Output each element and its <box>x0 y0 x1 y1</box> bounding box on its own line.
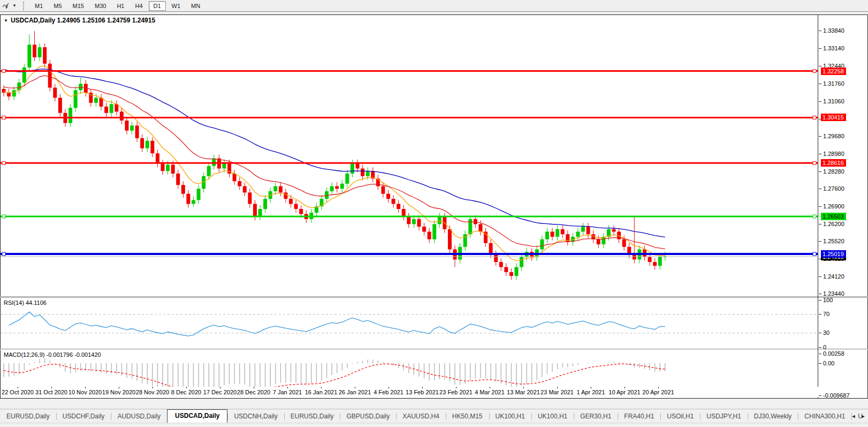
axis-tick <box>819 354 821 354</box>
date-label: 10 Apr 2021 <box>608 389 640 395</box>
candlestick-chart[interactable] <box>1 15 868 297</box>
date-tick <box>321 387 322 388</box>
time-axis[interactable]: 22 Oct 202031 Oct 202010 Nov 202019 Nov … <box>0 387 868 397</box>
rsi-label: RSI(14) 44.1106 <box>4 299 47 306</box>
date-tick <box>422 387 423 388</box>
chart-tab-usdchf-daily[interactable]: USDCHF,Daily <box>56 410 111 423</box>
timeframe-button-m15[interactable]: M15 <box>68 1 89 11</box>
price-tick-label: 1.31060 <box>823 98 844 105</box>
date-tick <box>287 387 288 388</box>
ma-slow-line <box>4 69 665 237</box>
price-tick-label: 1.33140 <box>823 45 844 52</box>
level-price-label: 1.28616 <box>821 159 846 167</box>
axis-tick <box>819 189 821 189</box>
chart-tab-hk50-m15[interactable]: HK50,M15 <box>446 410 489 423</box>
mt4-application: ▼ M1M5M15M30H1H4D1W1MN ▼ USDCAD,Daily 1.… <box>0 0 868 427</box>
axis-tick <box>819 206 821 207</box>
level-handle <box>2 116 5 119</box>
date-label: 28 Dec 2020 <box>237 389 270 395</box>
chart-title: ▼ USDCAD,Daily 1.24905 1.25106 1.24759 1… <box>4 17 155 24</box>
price-tick-label: 1.31760 <box>823 80 844 87</box>
chart-tab-audusd-daily[interactable]: AUDUSD,Daily <box>111 410 167 423</box>
chart-cursor-icon[interactable] <box>2 2 10 10</box>
axis-tick <box>819 31 821 31</box>
axis-tick <box>819 171 821 172</box>
tab-scroll-buttons: ◄ ► <box>850 412 867 421</box>
caret-down-icon[interactable]: ▼ <box>11 3 18 8</box>
toolbar-grip[interactable] <box>23 2 25 10</box>
chart-tab-gbpusd-daily[interactable]: GBPUSD,Daily <box>340 410 396 423</box>
axis-tick <box>819 136 821 137</box>
chart-window: ▼ USDCAD,Daily 1.24905 1.25106 1.24759 1… <box>0 12 868 409</box>
chart-tab-ger30-h1[interactable]: GER30,H1 <box>574 410 618 423</box>
timeframe-button-d1[interactable]: D1 <box>149 1 166 11</box>
axis-tick <box>819 347 821 348</box>
macd-tick-label: 0.00 <box>823 360 834 367</box>
level-handle <box>813 215 816 218</box>
chart-tab-china300-h1[interactable]: CHINA300,H1 <box>798 410 851 423</box>
date-label: 1 Apr 2021 <box>576 389 605 395</box>
timeframe-button-mn[interactable]: MN <box>186 1 205 11</box>
tab-scroll-right-icon[interactable]: ► <box>859 412 867 421</box>
chart-tab-usdcad-daily[interactable]: USDCAD,Daily <box>167 409 227 423</box>
price-tick-label: 1.33840 <box>823 27 844 34</box>
date-tick <box>220 387 220 388</box>
status-strip <box>0 423 868 427</box>
price-tick-label: 1.29680 <box>823 133 844 140</box>
rsi-pane[interactable]: RSI(14) 44.1106 10070300 <box>0 298 868 349</box>
chart-tab-usoil-h1[interactable]: USOil,H1 <box>660 410 700 423</box>
chart-tab-eurusd-daily[interactable]: EURUSD,Daily <box>0 410 56 423</box>
price-tick-label: 1.24120 <box>823 273 844 280</box>
chart-tab-xauusd-h4[interactable]: XAUUSD,H4 <box>396 410 446 423</box>
axis-tick <box>819 294 821 294</box>
date-label: 22 Oct 2020 <box>2 389 34 395</box>
tab-scroll-left-icon[interactable]: ◄ <box>850 412 857 421</box>
date-label: 23 Mar 2021 <box>540 389 574 395</box>
rsi-line <box>9 312 665 336</box>
date-tick <box>51 387 52 388</box>
level-handle <box>2 70 5 73</box>
timeframe-button-m5[interactable]: M5 <box>49 1 66 11</box>
macd-tick-label: -0.009687 <box>823 392 850 399</box>
level-handle <box>2 161 5 164</box>
price-tick-label: 1.25520 <box>823 238 844 245</box>
rsi-tick-label: 100 <box>823 297 833 304</box>
chart-tab-uk100-h1[interactable]: UK100,H1 <box>489 410 531 423</box>
rsi-axis: 10070300 <box>819 298 868 349</box>
chart-tab-eurusd-daily[interactable]: EURUSD,Daily <box>284 410 340 423</box>
chart-tab-dj30-weekly[interactable]: DJ30,Weekly <box>748 410 798 423</box>
date-label: 20 Apr 2021 <box>642 389 674 395</box>
macd-label: MACD(12,26,9) -0.001796 -0.001420 <box>4 351 101 358</box>
timeframe-button-h4[interactable]: H4 <box>130 1 147 11</box>
timeframe-button-w1[interactable]: W1 <box>167 1 186 11</box>
chart-tab-fra40-h1[interactable]: FRA40,H1 <box>618 410 660 423</box>
level-handle <box>2 252 5 256</box>
chart-tab-uk100-h1[interactable]: UK100,H1 <box>531 410 574 423</box>
level-price-label: 1.32258 <box>821 68 846 75</box>
date-tick <box>389 387 389 388</box>
chart-tab-bar: EURUSD,DailyUSDCHF,DailyAUDUSD,DailyUSDC… <box>0 409 868 423</box>
axis-tick <box>819 241 821 242</box>
level-handle <box>813 70 816 73</box>
date-label: 19 Nov 2020 <box>102 389 135 395</box>
date-tick <box>591 387 591 388</box>
price-tick-label: 1.26900 <box>823 203 844 210</box>
axis-tick <box>819 363 821 364</box>
axis-tick <box>819 276 821 277</box>
symbol-dropdown-icon[interactable]: ▼ <box>4 18 8 23</box>
axis-tick <box>819 395 821 396</box>
timeframe-button-h1[interactable]: H1 <box>112 1 129 11</box>
timeframe-button-m30[interactable]: M30 <box>90 1 111 11</box>
price-tick-label: 1.28280 <box>823 168 844 175</box>
chart-tab-usdjpy-h1[interactable]: USDJPY,H1 <box>700 410 747 423</box>
date-tick <box>153 387 153 388</box>
price-chart-pane[interactable]: ▼ USDCAD,Daily 1.24905 1.25106 1.24759 1… <box>0 14 868 296</box>
timeframe-button-m1[interactable]: M1 <box>30 1 48 11</box>
axis-tick <box>819 101 821 102</box>
date-label: 26 Jan 2021 <box>339 389 371 395</box>
level-price-label: 1.30415 <box>821 114 846 121</box>
date-label: 10 Nov 2020 <box>68 389 102 395</box>
date-label: 8 Dec 2020 <box>171 389 201 395</box>
date-tick <box>456 387 456 388</box>
chart-tab-usdcnh-daily[interactable]: USDCNH,Daily <box>227 410 284 423</box>
